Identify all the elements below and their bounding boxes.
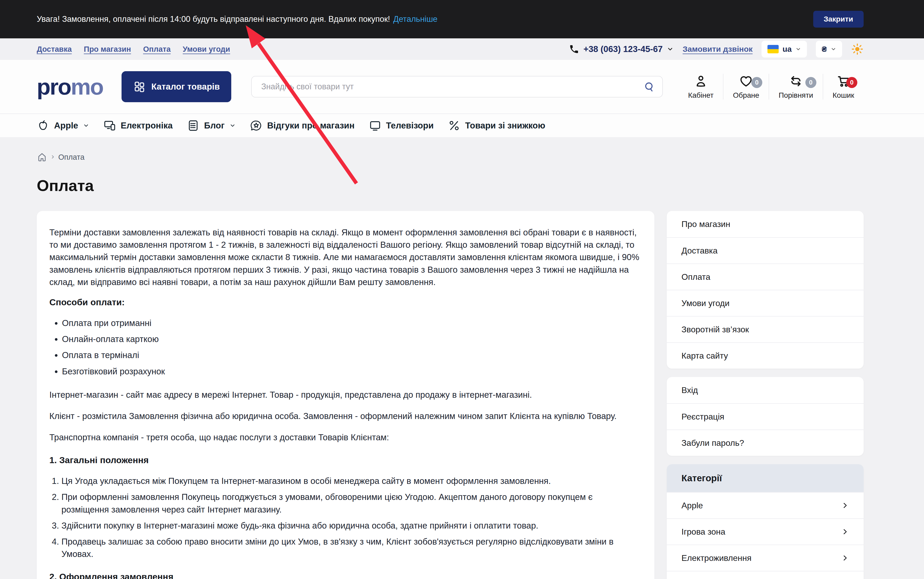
- sidebar-item-label: Оплата: [681, 272, 711, 282]
- catnav-reviews-label: Відгуки про магазин: [267, 121, 355, 131]
- chevron-right-icon: [841, 554, 849, 562]
- intro-paragraph: Терміни доставки замовлення залежать від…: [49, 226, 641, 288]
- list-item: Продавець залишає за собою право вносити…: [62, 535, 641, 560]
- list-item: Безготівковий розрахунок: [62, 365, 641, 378]
- account-button[interactable]: Кабінет: [679, 74, 723, 100]
- catnav-reviews[interactable]: Відгуки про магазин: [250, 119, 355, 132]
- category-label: Apple: [681, 501, 703, 510]
- content-card: Терміни доставки замовлення залежать від…: [37, 211, 654, 579]
- search-input[interactable]: [252, 82, 644, 92]
- close-banner-button[interactable]: Закрити: [813, 11, 864, 28]
- list-item: Оплата при отриманні: [62, 317, 641, 329]
- home-icon[interactable]: [37, 152, 47, 162]
- review-star-icon: [250, 119, 262, 132]
- nav-link-payment[interactable]: Оплата: [143, 45, 171, 54]
- definition-paragraph: Клієнт - розмістила Замовлення фізична а…: [49, 410, 641, 422]
- page-layout: Терміни доставки замовлення залежать від…: [37, 211, 864, 579]
- list-icon: [187, 119, 199, 132]
- user-icon: [694, 74, 708, 88]
- page-title: Оплата: [37, 177, 864, 195]
- sidebar: Про магазин Доставка Оплата Умови угоди …: [667, 211, 864, 579]
- list-item: При оформленні замовлення Покупець погод…: [62, 491, 641, 515]
- breadcrumb-separator: ›: [51, 152, 54, 162]
- discount-icon: [448, 119, 460, 132]
- phone-number: +38 (063) 123-45-67: [583, 44, 663, 54]
- chevron-down-icon: [795, 46, 801, 52]
- sidebar-item-forgot-password[interactable]: Забули пароль?: [667, 430, 864, 456]
- favorites-button[interactable]: 0 Обране: [723, 74, 769, 100]
- catnav-blog-label: Блог: [204, 121, 225, 131]
- sidebar-category-apple[interactable]: Apple: [667, 492, 864, 518]
- definition-paragraph: Транспортна компанія - третя особа, що н…: [49, 431, 641, 443]
- notice-details-link[interactable]: Детальніше: [393, 15, 438, 24]
- catnav-electronics[interactable]: Електроніка: [103, 119, 173, 132]
- sidebar-info-card: Про магазин Доставка Оплата Умови угоди …: [667, 211, 864, 368]
- sidebar-item-register[interactable]: Реєстрація: [667, 403, 864, 430]
- apple-icon: [37, 119, 49, 132]
- sidebar-item-label: Реєстрація: [681, 412, 724, 422]
- language-selector[interactable]: ua: [761, 41, 807, 57]
- catalog-button[interactable]: Каталог товарів: [122, 71, 231, 102]
- compare-icon: [789, 74, 803, 88]
- sidebar-category-computers[interactable]: Комп'ютерна техніка: [667, 571, 864, 579]
- category-nav: Apple Електроніка Блог Відгуки про магаз…: [0, 113, 924, 137]
- logo-text-light: mo: [71, 74, 103, 99]
- sidebar-category-gaming[interactable]: Ігрова зона: [667, 518, 864, 545]
- currency-selector[interactable]: ₴: [816, 41, 842, 57]
- sidebar-account-card: Вхід Реєстрація Забули пароль?: [667, 377, 864, 456]
- sidebar-item-delivery[interactable]: Доставка: [667, 237, 864, 263]
- catnav-apple[interactable]: Apple: [37, 119, 89, 132]
- favorites-count-badge: 0: [751, 77, 762, 88]
- search-bar: [251, 76, 663, 98]
- phone-dropdown[interactable]: +38 (063) 123-45-67: [569, 44, 674, 54]
- catnav-tvs[interactable]: Телевізори: [369, 119, 433, 132]
- breadcrumb: › Оплата: [37, 152, 864, 162]
- secondary-nav: Доставка Про магазин Оплата Умови угоди …: [0, 38, 924, 60]
- request-call-link[interactable]: Замовити дзвінок: [683, 45, 753, 54]
- sidebar-item-label: Про магазин: [681, 219, 730, 229]
- sidebar-categories-card: Категорії Apple Ігрова зона Електроживле…: [667, 464, 864, 579]
- nav-link-about[interactable]: Про магазин: [84, 45, 131, 54]
- site-logo[interactable]: promo: [37, 75, 103, 98]
- catnav-discounts[interactable]: Товари зі знижкою: [448, 119, 545, 132]
- phone-icon: [569, 44, 579, 54]
- sidebar-item-feedback[interactable]: Зворотній зв’язок: [667, 316, 864, 342]
- sidebar-item-label: Забули пароль?: [681, 438, 744, 448]
- sidebar-item-login[interactable]: Вхід: [667, 377, 864, 403]
- sidebar-item-label: Карта сайту: [681, 351, 728, 361]
- sidebar-item-about[interactable]: Про магазин: [667, 211, 864, 237]
- nav-link-terms[interactable]: Умови угоди: [183, 45, 230, 54]
- currency-label: ₴: [821, 45, 827, 54]
- page-body: › Оплата Оплата Терміни доставки замовле…: [0, 137, 924, 579]
- section2-heading: 2. Оформлення замовлення: [49, 572, 641, 579]
- section1-list: Ця Угода укладається між Покупцем та Інт…: [49, 475, 641, 560]
- compare-count-badge: 0: [805, 77, 816, 88]
- catnav-electronics-label: Електроніка: [121, 121, 173, 131]
- list-item: Здійснити покупку в Інтернет-магазині мо…: [62, 519, 641, 532]
- chevron-down-icon: [230, 123, 236, 129]
- search-submit-button[interactable]: [644, 81, 662, 92]
- chevron-right-icon: [841, 528, 849, 536]
- nav-link-delivery[interactable]: Доставка: [37, 45, 72, 54]
- sidebar-item-terms[interactable]: Умови угоди: [667, 290, 864, 316]
- breadcrumb-current: Оплата: [58, 153, 85, 162]
- sidebar-item-sitemap[interactable]: Карта сайту: [667, 342, 864, 368]
- sidebar-item-payment[interactable]: Оплата: [667, 263, 864, 290]
- compare-button[interactable]: 0 Порівняти: [769, 74, 822, 100]
- sidebar-category-power[interactable]: Електроживлення: [667, 545, 864, 571]
- header-actions: Кабінет 0 Обране 0 Порівняти 0 Кошик: [679, 74, 864, 100]
- catnav-blog[interactable]: Блог: [187, 119, 236, 132]
- favorites-label: Обране: [733, 91, 759, 100]
- payment-methods-list: Оплата при отриманні Онлайн-оплата картк…: [49, 317, 641, 378]
- list-item: Ця Угода укладається між Покупцем та Інт…: [62, 475, 641, 487]
- category-label: Ігрова зона: [681, 527, 725, 537]
- search-icon: [644, 81, 655, 92]
- payment-methods-heading: Способи оплати:: [49, 297, 641, 307]
- catnav-apple-label: Apple: [54, 121, 78, 131]
- chevron-down-icon: [667, 46, 673, 52]
- catnav-tvs-label: Телевізори: [386, 121, 433, 131]
- cart-button[interactable]: 0 Кошик: [823, 74, 864, 100]
- sidebar-item-label: Умови угоди: [681, 298, 730, 308]
- theme-toggle-sun-icon[interactable]: [851, 43, 864, 56]
- topbar-right: +38 (063) 123-45-67 Замовити дзвінок ua …: [569, 41, 864, 57]
